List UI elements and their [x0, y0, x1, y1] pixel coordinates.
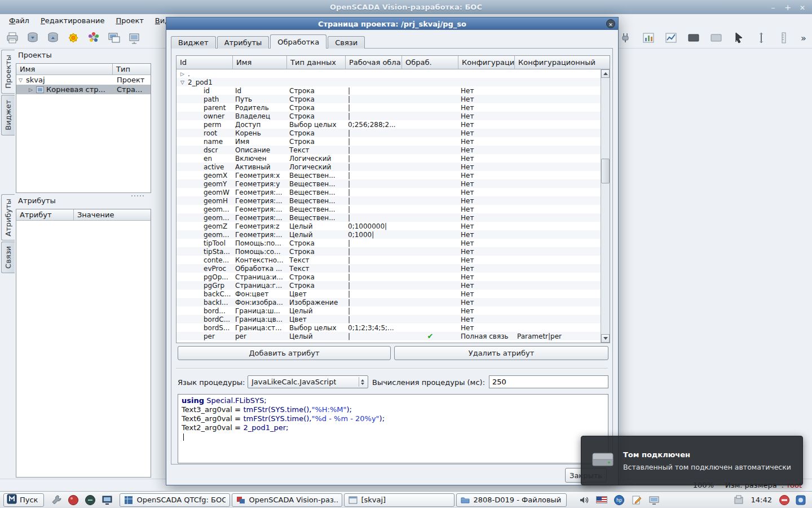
- attribute-row[interactable]: rootКореньСтрока|Нет: [176, 129, 601, 137]
- dock-tab-links[interactable]: Связи: [1, 242, 15, 273]
- code-line[interactable]: Text6_arg0val = tmFStr(SYS.time(),"%d - …: [182, 414, 604, 423]
- expand-icon[interactable]: [29, 87, 36, 93]
- column-header[interactable]: Обраб.: [402, 56, 458, 69]
- dialog-titlebar[interactable]: Страница проекта: /prj_skvaj/pg_so: [166, 17, 618, 30]
- table-scrollbar[interactable]: [601, 69, 610, 343]
- attribute-row[interactable]: activeАктивныйЛогический|Нет: [176, 163, 601, 171]
- attribute-row[interactable]: evProcОбработка ...Текст|Нет: [176, 264, 601, 273]
- attribute-row[interactable]: backI...Фон:изобра...Изображение|Нет: [176, 298, 601, 306]
- attribute-row[interactable]: nameИмяСтрока|Нет: [176, 137, 601, 146]
- attribute-row[interactable]: bord...Граница:ш...Целый|Нет: [176, 306, 601, 315]
- screen-icon[interactable]: [100, 493, 114, 507]
- hp-icon[interactable]: hp: [612, 493, 626, 507]
- display-icon[interactable]: [647, 493, 661, 507]
- attribute-row[interactable]: geomWГеометрия:...Веществен...|Нет: [176, 188, 601, 196]
- widget-paste-icon[interactable]: [126, 30, 142, 46]
- attribute-row[interactable]: tipSta...Помощь:со...Строка|Нет: [176, 247, 601, 256]
- task-button[interactable]: OpenSCADA Vision-раз...: [232, 493, 342, 507]
- tab-processing[interactable]: Обработка: [270, 34, 326, 49]
- attribute-row[interactable]: geom...Геометрия:...Веществен...|Нет: [176, 213, 601, 222]
- attribute-row[interactable]: pathПутьСтрока|Нет: [176, 95, 601, 103]
- panel-icon[interactable]: [708, 30, 724, 46]
- db-save-icon[interactable]: [45, 30, 61, 46]
- scrollbar-down-icon[interactable]: [601, 334, 610, 343]
- attribute-row[interactable]: backC...Фон:цветЦвет|Нет: [176, 290, 601, 298]
- run-project-icon[interactable]: [65, 30, 81, 46]
- dock-tab-attributes[interactable]: Атрибуты: [1, 194, 15, 240]
- attribute-row[interactable]: geomYГеометрия:yВеществен...|Нет: [176, 179, 601, 188]
- attribute-row[interactable]: dscrОписаниеТекст|Нет: [176, 146, 601, 154]
- column-header-attribute[interactable]: Атрибут: [16, 209, 74, 221]
- pen-icon[interactable]: [630, 493, 643, 507]
- attribute-row[interactable]: bordC...Граница:цв...Цвет|Нет: [176, 315, 601, 323]
- task-button[interactable]: 2808-D019 - Файловый ...: [456, 493, 567, 507]
- vruler-icon[interactable]: [776, 30, 792, 46]
- remove-attribute-button[interactable]: Удалить атрибут: [394, 346, 608, 360]
- keyboard-layout-icon[interactable]: [595, 493, 608, 507]
- task-button[interactable]: [skvaj]: [344, 493, 454, 507]
- column-header-type[interactable]: Тип: [113, 64, 151, 75]
- alert-red-icon[interactable]: [778, 493, 791, 507]
- code-editor[interactable]: using Special.FLibSYS;Text3_arg0val = tm…: [178, 394, 608, 463]
- tree-row[interactable]: Корневая стр...Стра...: [16, 85, 151, 94]
- column-header-value[interactable]: Значение: [74, 209, 151, 221]
- dialog-close-icon[interactable]: [606, 19, 615, 28]
- code-line[interactable]: Text3_arg0val = tmFStr(SYS.time(),"%H:%M…: [182, 405, 604, 414]
- code-line[interactable]: Text2_arg0val = 2_pod1_per;: [182, 423, 604, 432]
- column-header-name[interactable]: Имя: [16, 64, 113, 75]
- code-line[interactable]: [182, 432, 604, 441]
- widget-copy-icon[interactable]: [106, 30, 122, 46]
- attribute-row[interactable]: idIdСтрока|Нет: [176, 86, 601, 95]
- stats-icon[interactable]: [641, 30, 656, 46]
- tab-widget[interactable]: Виджет: [171, 36, 216, 49]
- tab-links[interactable]: Связи: [328, 36, 365, 49]
- column-header[interactable]: Имя: [233, 56, 287, 69]
- connect-icon[interactable]: [618, 30, 634, 46]
- dock-tab-widget[interactable]: Виджет: [1, 95, 15, 135]
- attribute-row[interactable]: permДоступВыбор целых0;256;288;2...Нет: [176, 120, 601, 129]
- blue-app-icon[interactable]: [794, 493, 807, 507]
- menu-item-1[interactable]: Файл: [3, 15, 35, 27]
- collapse-icon[interactable]: [19, 77, 26, 83]
- print-icon[interactable]: [5, 30, 20, 46]
- tab-attributes[interactable]: Атрибуты: [217, 36, 270, 49]
- taskbar-clock[interactable]: 14:42: [745, 496, 778, 504]
- tray-box-icon[interactable]: [732, 493, 745, 507]
- tree-row[interactable]: skvajПроект: [16, 75, 151, 85]
- dark-panel-icon[interactable]: [686, 30, 701, 46]
- cursor-icon[interactable]: [731, 30, 747, 46]
- attribute-row[interactable]: conte...Контекстно...Текст|Нет: [176, 256, 601, 264]
- attribute-row[interactable]: .: [176, 69, 601, 78]
- attribute-row[interactable]: geomZГеометрия:zЦелый0;1000000|Нет: [176, 222, 601, 230]
- attribute-row[interactable]: geomXГеометрия:xВеществен...|Нет: [176, 171, 601, 179]
- attribute-row[interactable]: geom...Геометрия:...Веществен...|Нет: [176, 205, 601, 213]
- column-header[interactable]: Id: [176, 56, 233, 69]
- add-attribute-button[interactable]: Добавить атрибут: [178, 346, 391, 360]
- column-header[interactable]: Рабочая обла: [346, 56, 402, 69]
- main-titlebar[interactable]: OpenSCADA Vision-разработка: БОС: [0, 0, 812, 14]
- dock-tab-projects[interactable]: Проекты: [1, 50, 15, 94]
- attribute-row[interactable]: tipToolПомощь:по...Строка|Нет: [176, 239, 601, 247]
- scrollbar-up-icon[interactable]: [601, 69, 610, 78]
- procedure-period-input[interactable]: [489, 375, 608, 388]
- scrollbar-thumb[interactable]: [601, 159, 610, 183]
- attribute-row[interactable]: pgOp...Страница:и...Строка|Нет: [176, 273, 601, 281]
- code-line[interactable]: using Special.FLibSYS;: [182, 396, 604, 405]
- config-gear-icon[interactable]: [86, 30, 102, 46]
- volume-icon[interactable]: [577, 493, 591, 507]
- dark-app-icon[interactable]: [83, 493, 97, 507]
- start-button[interactable]: Пуск: [3, 493, 44, 507]
- column-header[interactable]: Тип данных: [287, 56, 346, 69]
- attribute-row[interactable]: perperЦелый|Полная связьParametr|per: [176, 332, 601, 340]
- wrench-icon[interactable]: [50, 493, 63, 507]
- close-icon[interactable]: [798, 3, 806, 12]
- task-button[interactable]: OpenSCADA QTCfg: БОС: [120, 493, 230, 507]
- attribute-row[interactable]: pgGrpСтраница:г...Строка|Нет: [176, 281, 601, 290]
- attribute-row[interactable]: geom...Геометрия:...Целый0;1000|Нет: [176, 230, 601, 239]
- procedure-language-select[interactable]: JavaLikeCalc.JavaScript: [248, 375, 368, 388]
- volume-notification[interactable]: Том подключен Вставленный том подключен …: [581, 436, 803, 485]
- red-app-icon[interactable]: [67, 493, 80, 507]
- attribute-row[interactable]: geomHГеометрия:...Веществен...|Нет: [176, 196, 601, 205]
- menu-item-2[interactable]: Редактирование: [35, 15, 110, 27]
- attribute-row[interactable]: enВключенЛогический|Нет: [176, 154, 601, 163]
